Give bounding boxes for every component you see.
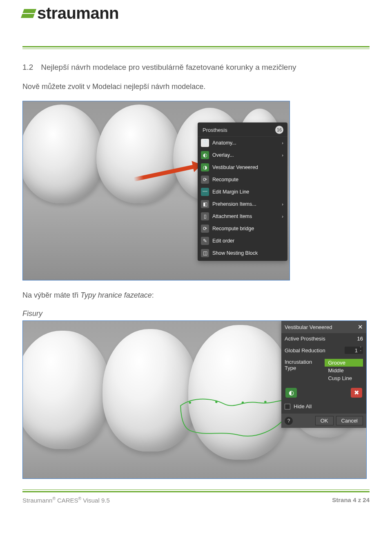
ok-button[interactable]: OK xyxy=(315,416,334,425)
section-number: 1.2 xyxy=(22,63,39,72)
recompute-icon: ⟳ xyxy=(201,176,209,184)
panel-title-text: Vestibular Veneered xyxy=(285,324,332,330)
menu-item-label: Overlay... xyxy=(212,152,234,158)
menu-item-label: Prehension Items... xyxy=(212,201,256,207)
section-heading: 1.2 Nejlepší návrh modelace pro vestibul… xyxy=(22,63,370,72)
global-reduction-stepper[interactable]: 1 ˄˅ xyxy=(345,347,363,354)
hide-all-checkbox[interactable] xyxy=(285,404,290,409)
menu-item-recompute[interactable]: ⟳ Recompute xyxy=(198,174,287,186)
veneer-icon: ◑ xyxy=(201,163,209,171)
menu-item-edit-margin-line[interactable]: 〰 Edit Margin Line xyxy=(198,186,287,198)
nesting-block-icon: ◫ xyxy=(201,249,209,257)
context-menu-title: Prosthesis xyxy=(203,127,227,133)
option-cusp-line[interactable]: Cusp Line xyxy=(325,374,363,382)
subheading-fisury: Fisury xyxy=(22,309,370,318)
chevron-right-icon: › xyxy=(282,140,283,145)
menu-item-attachment[interactable]: ▯ Attachment Items › xyxy=(198,210,287,222)
prehension-icon: ◧ xyxy=(201,200,209,208)
choices-text: Na výběr máte tři Typy hranice fazetace: xyxy=(22,291,370,300)
tooth-model-icon xyxy=(102,329,198,452)
global-reduction-label: Global Reduction xyxy=(285,347,325,354)
edit-order-icon: ✎ xyxy=(201,237,209,245)
menu-item-label: Edit Margin Line xyxy=(212,189,249,195)
footer-product: Straumann® CARES® Visual 9.5 xyxy=(22,496,110,504)
screenshot-context-menu: Prosthesis 16 🦷 Anatomy... › ◐ Overlay..… xyxy=(22,101,290,280)
tooth-icon: 🦷 xyxy=(201,139,209,147)
menu-item-label: Edit order xyxy=(212,238,234,244)
tooth-model-icon xyxy=(188,325,292,460)
tooth-model-icon xyxy=(22,105,105,203)
menu-item-label: Recompute bridge xyxy=(212,226,254,231)
intro-text: Nově můžete zvolit v Modelaci nejlepší n… xyxy=(22,82,370,91)
apply-tool-button[interactable]: ◐ xyxy=(285,388,297,398)
delete-tool-button[interactable]: ✖ xyxy=(351,388,362,398)
hide-all-label: Hide All xyxy=(294,403,312,409)
menu-item-label: Anatomy... xyxy=(212,140,236,146)
menu-item-edit-order[interactable]: ✎ Edit order xyxy=(198,235,287,247)
active-prosthesis-label: Active Prosthesis xyxy=(285,336,325,342)
global-reduction-value: 1 xyxy=(353,347,359,354)
panel-header: Vestibular Veneered ✕ xyxy=(281,321,366,333)
menu-item-recompute-bridge[interactable]: ⟳ Recompute bridge xyxy=(198,222,287,235)
brand-name: straumann xyxy=(37,4,119,22)
menu-item-overlay[interactable]: ◐ Overlay... › xyxy=(198,149,287,161)
stepper-arrows-icon[interactable]: ˄˅ xyxy=(359,347,363,354)
incrustation-type-options: Groove Middle Cusp Line xyxy=(325,359,363,382)
menu-item-show-nesting-block[interactable]: ◫ Show Nesting Block xyxy=(198,247,287,259)
incrustation-type-label: Incrustation Type xyxy=(285,359,322,371)
menu-item-vestibular-veneered[interactable]: ◑ Vestibular Veneered xyxy=(198,161,287,174)
choices-prefix: Na výběr máte tři xyxy=(22,291,80,299)
page-footer: Straumann® CARES® Visual 9.5 Strana 4 z … xyxy=(22,492,370,511)
vestibular-veneered-panel: Vestibular Veneered ✕ Active Prosthesis … xyxy=(281,321,366,428)
chevron-right-icon: › xyxy=(282,153,283,158)
tooth-model-icon xyxy=(96,105,182,203)
menu-item-anatomy[interactable]: 🦷 Anatomy... › xyxy=(198,137,287,149)
recompute-bridge-icon: ⟳ xyxy=(201,225,209,233)
header-divider xyxy=(22,46,370,49)
footer-divider xyxy=(22,489,370,492)
logo-mark-icon xyxy=(21,9,36,18)
active-prosthesis-value: 16 xyxy=(357,336,363,342)
option-groove[interactable]: Groove xyxy=(325,359,363,367)
attachment-icon: ▯ xyxy=(201,212,209,220)
help-icon[interactable]: ? xyxy=(285,417,293,425)
context-menu-header: Prosthesis 16 xyxy=(198,122,287,137)
page-number: Strana 4 z 24 xyxy=(332,496,370,504)
option-middle[interactable]: Middle xyxy=(325,367,363,374)
margin-line-icon: 〰 xyxy=(201,188,209,196)
menu-item-prehension[interactable]: ◧ Prehension Items... › xyxy=(198,198,287,210)
menu-item-label: Vestibular Veneered xyxy=(212,165,258,170)
chevron-right-icon: › xyxy=(282,202,283,207)
screenshot-vestibular-panel: Vestibular Veneered ✕ Active Prosthesis … xyxy=(22,320,367,479)
tooth-number-badge: 16 xyxy=(275,126,283,134)
chevron-right-icon: › xyxy=(282,214,283,219)
close-icon[interactable]: ✕ xyxy=(358,323,363,331)
prosthesis-context-menu: Prosthesis 16 🦷 Anatomy... › ◐ Overlay..… xyxy=(198,122,287,261)
overlay-icon: ◐ xyxy=(201,151,209,159)
choices-suffix: : xyxy=(152,291,154,299)
brand-logo: straumann xyxy=(22,0,370,26)
menu-item-label: Show Nesting Block xyxy=(212,250,258,256)
cancel-button[interactable]: Cancel xyxy=(336,416,363,425)
section-title: Nejlepší návrh modelace pro vestibulárně… xyxy=(41,63,296,71)
menu-item-label: Recompute xyxy=(212,177,238,182)
tooth-model-icon xyxy=(22,331,111,449)
choices-italic: Typy hranice fazetace xyxy=(80,291,152,299)
menu-item-label: Attachment Items xyxy=(212,214,252,219)
